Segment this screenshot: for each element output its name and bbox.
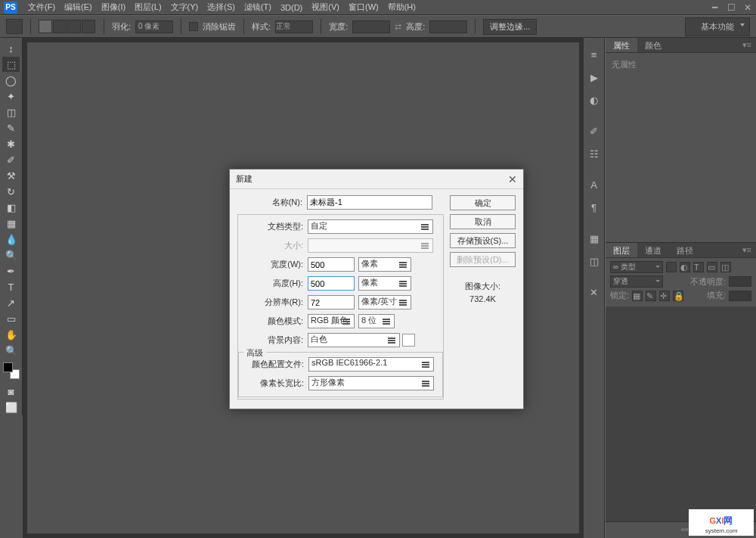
brushpreset-dock-icon[interactable]: ☷ (586, 145, 603, 162)
crop-tool[interactable]: ◫ (2, 104, 20, 120)
close-button[interactable]: ✕ (739, 2, 756, 13)
width-unit-select[interactable]: 像素 (358, 257, 411, 272)
healing-tool[interactable]: ✱ (2, 136, 20, 151)
preset-select[interactable]: 自定 (308, 219, 433, 234)
adjustments-dock-icon[interactable]: ◐ (586, 92, 603, 108)
blend-mode-select[interactable]: 穿透 (610, 275, 663, 288)
swap-icon[interactable]: ⇄ (395, 22, 401, 32)
pen-tool[interactable]: ✒ (2, 263, 20, 278)
dodge-tool[interactable]: 🔍 (2, 247, 20, 263)
bgcontent-select[interactable]: 白色 (308, 333, 400, 347)
gradient-tool[interactable]: ▦ (2, 216, 20, 231)
hand-tool[interactable]: ✋ (2, 327, 20, 342)
lock-paint-icon[interactable]: ✎ (646, 291, 656, 301)
misc-dock-icon[interactable]: ✕ (586, 284, 603, 300)
layer-filter-select[interactable]: ∞ 类型 (610, 261, 663, 273)
height-input[interactable] (308, 276, 355, 291)
layers-list[interactable] (606, 307, 756, 521)
menu-image[interactable]: 图像(I) (97, 2, 130, 13)
menu-window[interactable]: 窗口(W) (344, 2, 383, 13)
fg-color[interactable] (3, 362, 13, 372)
info-dock-icon[interactable]: ◫ (586, 253, 603, 269)
maximize-button[interactable]: ☐ (723, 2, 739, 13)
profile-select[interactable]: sRGB IEC61966-2.1 (308, 357, 434, 372)
fill-input[interactable] (729, 291, 751, 301)
resolution-unit-select[interactable]: 像素/英寸 (358, 295, 411, 309)
paragraph-dock-icon[interactable]: ¶ (586, 199, 603, 216)
mode-add[interactable] (53, 20, 67, 33)
blur-tool[interactable]: 💧 (2, 232, 20, 247)
path-select-tool[interactable]: ↗ (2, 295, 20, 310)
menu-edit[interactable]: 编辑(E) (60, 2, 97, 13)
bitdepth-select[interactable]: 8 位 (358, 314, 395, 328)
shape-tool[interactable]: ▭ (2, 311, 20, 326)
height-input[interactable] (429, 20, 467, 33)
nav-dock-icon[interactable]: ▦ (586, 230, 603, 247)
opacity-input[interactable] (729, 276, 751, 287)
feather-input[interactable]: 0 像素 (135, 20, 173, 33)
menu-help[interactable]: 帮助(H) (383, 2, 420, 13)
aspect-select[interactable]: 方形像素 (308, 376, 434, 390)
menu-3d[interactable]: 3D(D) (276, 3, 307, 12)
screenmode-tool[interactable]: ⬜ (2, 400, 20, 415)
current-tool-icon[interactable] (6, 19, 23, 34)
refine-edge-button[interactable]: 调整边缘... (483, 19, 537, 35)
width-input[interactable] (308, 257, 355, 272)
menu-type[interactable]: 文字(Y) (166, 2, 203, 13)
filter-smart-icon[interactable]: ◫ (720, 262, 731, 272)
quickmask-tool[interactable]: ◙ (2, 384, 20, 399)
clone-tool[interactable]: ⚒ (2, 168, 20, 183)
tab-color[interactable]: 颜色 (637, 38, 669, 52)
type-tool[interactable]: T (2, 279, 20, 294)
colormode-select[interactable]: RGB 颜色 (308, 314, 355, 328)
eraser-tool[interactable]: ◧ (2, 200, 20, 215)
character-dock-icon[interactable]: A (586, 176, 603, 193)
lock-all-icon[interactable]: 🔒 (673, 291, 683, 301)
brush-tool[interactable]: ✐ (2, 152, 20, 167)
tab-layers[interactable]: 图层 (606, 243, 637, 257)
link-layers-icon[interactable]: ⚯ (681, 525, 688, 535)
tab-channels[interactable]: 通道 (637, 243, 669, 257)
height-unit-select[interactable]: 像素 (358, 276, 411, 291)
antialias-checkbox[interactable] (189, 22, 198, 31)
lasso-tool[interactable]: ◯ (2, 73, 20, 88)
cancel-button[interactable]: 取消 (450, 214, 516, 229)
lock-pos-icon[interactable]: ✛ (659, 291, 670, 301)
history-dock-icon[interactable]: ≡ (586, 46, 603, 63)
dialog-close-icon[interactable]: ✕ (508, 173, 517, 185)
move-tool[interactable]: ↕ (2, 41, 20, 56)
workspace-select[interactable]: 基本功能 (685, 17, 750, 36)
mode-intersect[interactable] (82, 20, 95, 33)
style-select[interactable]: 正常 (275, 20, 313, 33)
filter-pixel-icon[interactable] (666, 262, 677, 272)
actions-dock-icon[interactable]: ▶ (586, 69, 603, 86)
color-swatches[interactable] (3, 362, 20, 379)
bgcolor-swatch[interactable] (402, 334, 415, 347)
resolution-input[interactable] (308, 295, 355, 309)
panel-menu-icon[interactable]: ▾≡ (738, 243, 756, 257)
filter-shape-icon[interactable]: ▭ (707, 262, 717, 272)
ok-button[interactable]: 确定 (450, 195, 516, 210)
menu-layer[interactable]: 图层(L) (130, 2, 166, 13)
menu-filter[interactable]: 滤镜(T) (240, 2, 276, 13)
history-brush-tool[interactable]: ↻ (2, 184, 20, 199)
brush-dock-icon[interactable]: ✐ (586, 123, 603, 139)
mode-subtract[interactable] (67, 20, 81, 33)
width-input[interactable] (352, 20, 390, 33)
menu-select[interactable]: 选择(S) (203, 2, 240, 13)
filter-type-icon[interactable]: T (693, 262, 704, 272)
lock-trans-icon[interactable]: ▦ (632, 291, 643, 301)
eyedropper-tool[interactable]: ✎ (2, 120, 20, 135)
menu-view[interactable]: 视图(V) (307, 2, 344, 13)
name-input[interactable] (307, 195, 432, 210)
minimize-button[interactable]: ━ (706, 2, 723, 13)
mode-new[interactable] (39, 20, 52, 33)
magic-wand-tool[interactable]: ✦ (2, 89, 20, 104)
marquee-tool[interactable]: ⬚ (2, 57, 20, 72)
tab-properties[interactable]: 属性 (606, 38, 637, 52)
panel-menu-icon[interactable]: ▾≡ (738, 38, 756, 52)
tab-paths[interactable]: 路径 (669, 243, 701, 257)
filter-adjust-icon[interactable]: ◐ (680, 262, 690, 272)
save-preset-button[interactable]: 存储预设(S)... (450, 233, 516, 248)
zoom-tool[interactable]: 🔍 (2, 343, 20, 358)
